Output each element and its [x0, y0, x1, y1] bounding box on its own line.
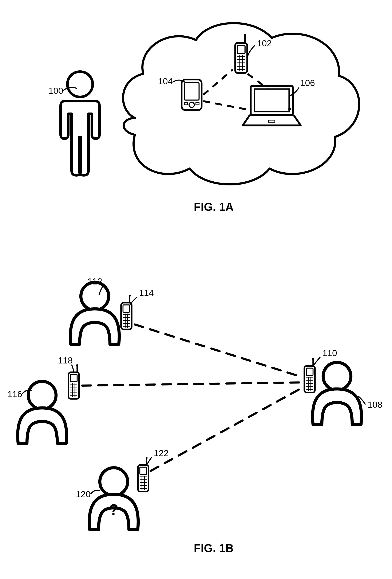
ref-122: 122: [154, 448, 169, 458]
person-112: [70, 282, 119, 344]
unknown-person-mark: ?: [109, 501, 118, 518]
laptop-106: [243, 86, 301, 126]
ref-104: 104: [158, 76, 173, 86]
ref-118: 118: [58, 356, 73, 365]
fig1b-links: [82, 324, 302, 471]
person-108: [313, 362, 361, 424]
diagram-canvas: 100 102 104 106 FIG. 1A: [0, 0, 392, 579]
ref-116: 116: [7, 389, 22, 399]
ref-108: 108: [368, 400, 382, 410]
fig1a-caption: FIG. 1A: [194, 200, 234, 213]
phone-122: [138, 457, 149, 492]
svg-line-27: [151, 388, 302, 471]
person-100: [61, 72, 99, 175]
ref-102: 102: [257, 38, 272, 48]
person-120-unknown: [89, 468, 138, 530]
ref-120: 120: [76, 489, 91, 499]
person-116: [18, 381, 66, 443]
pda-104: [182, 80, 202, 110]
fig-1b: 108 110 112 114 116 118 ?: [7, 277, 382, 554]
ref-110: 110: [322, 348, 337, 358]
svg-line-26: [82, 382, 302, 386]
ref-100: 100: [49, 86, 63, 96]
fig1b-caption: FIG. 1B: [194, 542, 234, 554]
svg-point-21: [67, 72, 93, 97]
svg-line-25: [135, 324, 302, 377]
phone-114: [121, 295, 132, 329]
ref-114: 114: [139, 288, 154, 298]
ref-112: 112: [87, 277, 102, 286]
ref-106: 106: [300, 78, 315, 88]
phone-110: [304, 358, 315, 393]
fig-1a: 100 102 104 106 FIG. 1A: [49, 23, 359, 213]
